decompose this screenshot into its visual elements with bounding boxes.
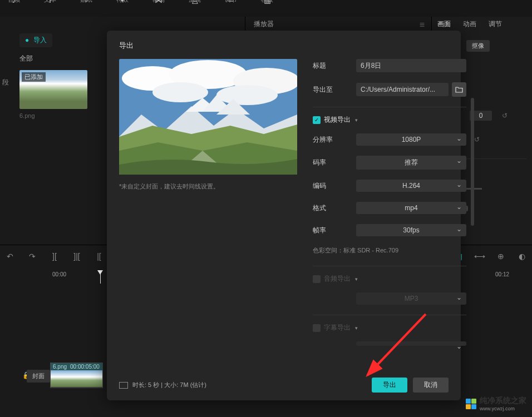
tab-adjust[interactable]: ≛调节 <box>220 0 242 17</box>
tool-icon[interactable]: ◐ <box>516 252 528 261</box>
svg-point-4 <box>152 82 208 102</box>
pill-cutout[interactable]: 抠像 <box>466 40 490 52</box>
tool-icon[interactable]: ⟷ <box>474 252 485 261</box>
chevron-down-icon: ▾ <box>355 325 358 331</box>
undo-icon[interactable]: ↶ <box>4 252 16 261</box>
subtitle-export-section[interactable]: 字幕导出▾ <box>313 323 466 332</box>
reset-icon[interactable]: ↺ <box>502 112 508 120</box>
dialog-title: 导出 <box>119 41 449 51</box>
title-label: 标题 <box>313 61 356 71</box>
title-input[interactable] <box>356 59 466 72</box>
watermark: 纯净系统之家 www.ycwzj.com <box>465 396 526 411</box>
path-input[interactable] <box>356 83 449 96</box>
ruler-tick: 00:00 <box>52 271 66 277</box>
browse-button[interactable] <box>452 82 466 97</box>
import-button[interactable]: ● 导入 <box>19 33 52 47</box>
video-export-section[interactable]: ✓ 视频导出▾ <box>313 115 466 125</box>
audio-format-select: MP3 <box>356 292 466 305</box>
playhead[interactable] <box>100 271 101 284</box>
timeline-clip[interactable]: 6.png 00:00:05:00 <box>50 363 103 388</box>
format-select[interactable]: mp4 <box>356 202 466 214</box>
chevron-down-icon: ▾ <box>355 117 358 123</box>
video-export-checkbox[interactable]: ✓ <box>313 116 321 124</box>
svg-point-5 <box>216 85 278 105</box>
reset-icon[interactable]: ↺ <box>474 136 480 143</box>
film-icon <box>119 382 128 389</box>
tab-audio[interactable]: ♪音频 <box>3 0 25 17</box>
top-toolbar: ♪音频 T文本 ✧贴纸 ✦特效 ⋈转场 ◬滤镜 ≛调节 ▥模板 <box>0 0 532 17</box>
fps-label: 帧率 <box>313 226 356 235</box>
tool-icon[interactable]: ]|[ <box>71 252 82 261</box>
path-label: 导出至 <box>313 85 356 95</box>
clip-name: 6.png <box>53 364 67 370</box>
tool-icon[interactable]: |[ <box>93 252 105 261</box>
prop-tab-picture[interactable]: 画面 <box>437 19 451 29</box>
plus-icon: ● <box>25 36 29 44</box>
player-menu-icon[interactable]: ≡ <box>420 20 425 30</box>
fps-select[interactable]: 30fps <box>356 224 466 236</box>
clip-thumbnail <box>51 370 102 387</box>
encoding-label: 编码 <box>313 181 356 191</box>
audio-export-section[interactable]: 音频导出▾ <box>313 274 466 284</box>
audio-export-checkbox[interactable] <box>313 275 321 283</box>
tab-filter[interactable]: ◬滤镜 <box>184 0 206 17</box>
scrollbar[interactable] <box>471 98 474 226</box>
watermark-text: 纯净系统之家 <box>480 396 526 406</box>
tab-sticker[interactable]: ✧贴纸 <box>75 0 97 17</box>
media-thumbnail[interactable]: 已添加 <box>19 70 87 109</box>
prop-tab-adjust[interactable]: 调节 <box>489 19 502 29</box>
tab-transition[interactable]: ⋈转场 <box>147 0 170 17</box>
tab-template[interactable]: ▥模板 <box>256 0 278 17</box>
tool-icon[interactable]: ⊕ <box>495 252 506 261</box>
added-badge: 已添加 <box>22 72 46 82</box>
bitrate-select[interactable]: 推荐 <box>356 156 466 170</box>
player-label: 播放器 <box>254 20 274 28</box>
preview-note: *未自定义封面，建议去时间线设置。 <box>119 182 297 191</box>
resolution-label: 分辨率 <box>313 135 356 145</box>
colorspace-info: 色彩空间：标准 SDR - Rec.709 <box>313 246 466 255</box>
redo-icon[interactable]: ↷ <box>27 252 38 261</box>
ruler-tick: 00:12 <box>495 271 509 277</box>
tab-effect[interactable]: ✦特效 <box>111 0 134 17</box>
chevron-down-icon: ▾ <box>355 276 358 282</box>
bitrate-label: 码率 <box>313 158 356 167</box>
subtitle-select <box>356 341 466 346</box>
section-indicator: 段 <box>2 78 9 87</box>
export-preview <box>119 59 297 175</box>
clip-duration: 00:00:05:00 <box>70 364 100 370</box>
format-label: 格式 <box>313 203 356 213</box>
export-dialog: 导出 <box>107 31 461 400</box>
export-button[interactable]: 导出 <box>372 378 407 393</box>
resolution-select[interactable]: 1080P <box>356 133 466 146</box>
cover-button[interactable]: 封面 <box>27 370 50 383</box>
watermark-url: www.ycwzj.com <box>480 406 526 411</box>
encoding-select[interactable]: H.264 <box>356 180 466 192</box>
folder-icon <box>455 86 463 93</box>
tab-text[interactable]: T文本 <box>39 0 61 17</box>
cancel-button[interactable]: 取消 <box>413 378 449 393</box>
prop-tab-anim[interactable]: 动画 <box>463 19 476 29</box>
split-icon[interactable]: ][ <box>49 252 60 261</box>
watermark-logo <box>465 398 476 409</box>
export-summary: 时长: 5 秒 | 大小: 7M (估计) <box>132 381 206 389</box>
subtitle-export-checkbox[interactable] <box>313 324 321 332</box>
